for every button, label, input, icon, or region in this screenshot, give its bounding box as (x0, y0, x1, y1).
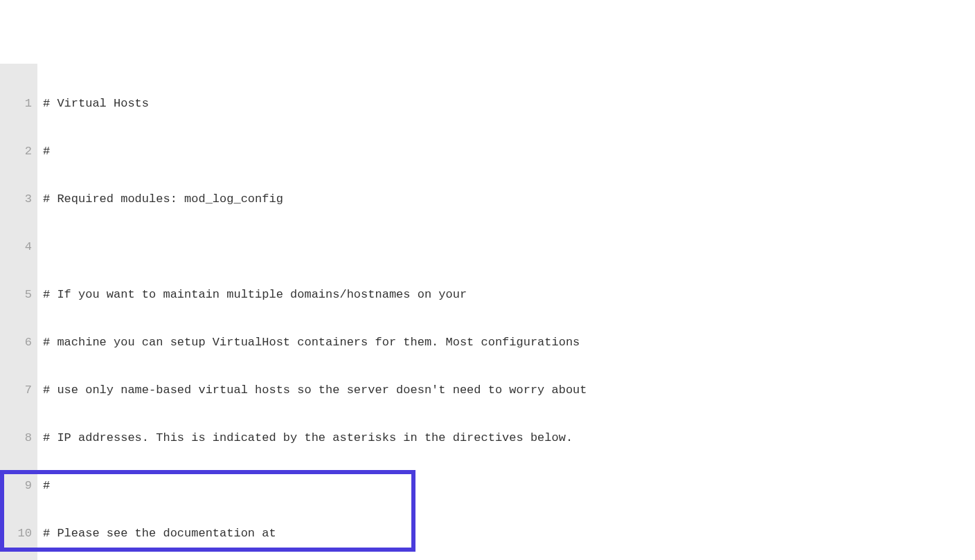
code-line[interactable]: # Please see the documentation at (43, 525, 975, 541)
code-line[interactable]: # (43, 143, 975, 159)
line-number: 6 (3, 334, 32, 350)
line-number: 1 (3, 96, 32, 111)
line-number: 5 (3, 287, 32, 302)
code-line[interactable]: # IP addresses. This is indicated by the… (43, 430, 975, 446)
line-number: 2 (3, 143, 32, 159)
code-editor[interactable]: 1 2 3 4 5 6 7 8 9 10 11 12 13 14 15 16 1… (0, 64, 975, 560)
code-line[interactable]: # (43, 478, 975, 494)
code-line[interactable]: # use only name-based virtual hosts so t… (43, 382, 975, 398)
line-number: 9 (3, 478, 32, 494)
code-line[interactable]: # Required modules: mod_log_config (43, 191, 975, 207)
code-line[interactable]: # Virtual Hosts (43, 96, 975, 111)
line-number: 7 (3, 382, 32, 398)
line-number: 8 (3, 430, 32, 446)
code-line[interactable]: # If you want to maintain multiple domai… (43, 287, 975, 302)
code-line[interactable]: # machine you can setup VirtualHost cont… (43, 334, 975, 350)
line-number: 3 (3, 191, 32, 207)
line-number: 10 (3, 525, 32, 541)
line-number-gutter: 1 2 3 4 5 6 7 8 9 10 11 12 13 14 15 16 1… (0, 64, 37, 560)
code-line[interactable] (43, 239, 975, 255)
code-area[interactable]: # Virtual Hosts # # Required modules: mo… (37, 64, 975, 560)
line-number: 4 (3, 239, 32, 255)
